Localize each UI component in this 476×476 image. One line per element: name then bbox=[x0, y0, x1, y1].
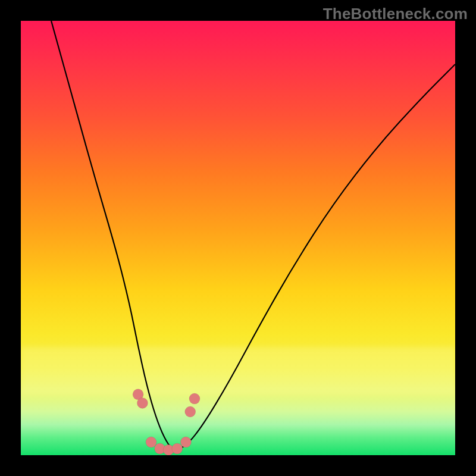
marker-group bbox=[133, 389, 200, 455]
watermark-text: TheBottleneck.com bbox=[323, 5, 468, 23]
chart-frame: TheBottleneck.com bbox=[0, 0, 476, 476]
curve-layer bbox=[21, 21, 455, 455]
data-marker bbox=[172, 443, 183, 454]
data-marker bbox=[180, 437, 191, 447]
data-marker bbox=[185, 406, 196, 417]
data-marker bbox=[189, 393, 200, 404]
data-marker bbox=[146, 437, 156, 447]
plot-area bbox=[21, 21, 455, 455]
bottleneck-curve bbox=[51, 21, 455, 449]
data-marker bbox=[137, 397, 148, 408]
